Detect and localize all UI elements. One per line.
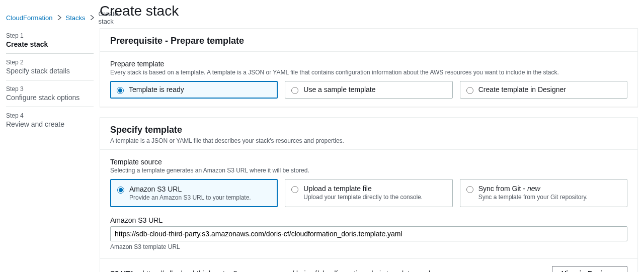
radio-sample-template[interactable]: Use a sample template bbox=[285, 81, 452, 99]
chevron-right-icon bbox=[90, 14, 95, 22]
radio-s3-url[interactable]: Amazon S3 URL Provide an Amazon S3 URL t… bbox=[110, 179, 278, 207]
s3-url-input[interactable] bbox=[110, 226, 627, 241]
wizard-step-2[interactable]: Step 2 Specify stack details bbox=[6, 53, 94, 80]
radio-template-ready[interactable]: Template is ready bbox=[110, 81, 278, 99]
new-tag: new bbox=[527, 185, 540, 193]
wizard-step-label: Step 4 bbox=[6, 112, 94, 119]
s3-url-helper: Amazon S3 template URL bbox=[110, 243, 627, 250]
radio-input[interactable] bbox=[117, 87, 124, 94]
specify-header-desc: A template is a JSON or YAML file that d… bbox=[110, 137, 627, 144]
template-source-desc: Selecting a template generates an Amazon… bbox=[110, 167, 627, 174]
panel-specify-template: Specify template A template is a JSON or… bbox=[100, 117, 638, 272]
page-title: Create stack bbox=[100, 3, 638, 19]
s3-url-label: Amazon S3 URL bbox=[110, 216, 627, 224]
radio-input[interactable] bbox=[117, 187, 124, 194]
radio-input[interactable] bbox=[291, 87, 298, 94]
radio-label: Template is ready bbox=[129, 85, 184, 94]
wizard-step-label: Step 1 bbox=[6, 32, 94, 39]
radio-upload-file[interactable]: Upload a template file Upload your templ… bbox=[285, 179, 452, 207]
wizard-step-1[interactable]: Step 1 Create stack bbox=[6, 27, 94, 53]
wizard-step-title: Review and create bbox=[6, 120, 94, 128]
s3-url-readonly-value: https://sdb-cloud-third-party.s3.amazona… bbox=[142, 269, 430, 272]
radio-input[interactable] bbox=[466, 87, 473, 94]
radio-desc: Sync a template from your Git repository… bbox=[478, 194, 588, 201]
wizard-step-3[interactable]: Step 3 Configure stack options bbox=[6, 80, 94, 107]
wizard-step-label: Step 2 bbox=[6, 59, 94, 66]
radio-sync-git[interactable]: Sync from Git - new Sync a template from… bbox=[460, 179, 627, 207]
chevron-right-icon bbox=[57, 14, 62, 22]
radio-label: Amazon S3 URL bbox=[129, 185, 251, 193]
panel-prerequisite: Prerequisite - Prepare template Prepare … bbox=[100, 28, 638, 107]
radio-input[interactable] bbox=[466, 186, 473, 193]
wizard-step-4[interactable]: Step 4 Review and create bbox=[6, 107, 94, 133]
wizard-step-title: Specify stack details bbox=[6, 67, 94, 75]
radio-desc: Upload your template directly to the con… bbox=[303, 194, 423, 201]
radio-input[interactable] bbox=[291, 186, 298, 193]
view-in-designer-button[interactable]: View in Designer bbox=[552, 266, 627, 272]
breadcrumb-stacks[interactable]: Stacks bbox=[66, 14, 86, 22]
specify-header: Specify template bbox=[110, 125, 627, 135]
radio-label: Upload a template file bbox=[303, 185, 423, 193]
s3-url-readonly-label: S3 URL: bbox=[110, 269, 137, 272]
breadcrumb: CloudFormation Stacks Create stack bbox=[6, 6, 94, 27]
template-source-title: Template source bbox=[110, 158, 627, 166]
prerequisite-header: Prerequisite - Prepare template bbox=[110, 36, 627, 46]
radio-label: Use a sample template bbox=[303, 85, 375, 94]
radio-label: Create template in Designer bbox=[478, 85, 566, 94]
breadcrumb-cloudformation[interactable]: CloudFormation bbox=[6, 14, 53, 22]
radio-create-designer[interactable]: Create template in Designer bbox=[460, 81, 627, 99]
prepare-template-desc: Every stack is based on a template. A te… bbox=[110, 69, 627, 76]
wizard-step-label: Step 3 bbox=[6, 85, 94, 93]
wizard-step-title: Create stack bbox=[6, 40, 94, 48]
wizard-step-title: Configure stack options bbox=[6, 94, 94, 102]
radio-label: Sync from Git - new bbox=[478, 185, 588, 193]
prepare-template-title: Prepare template bbox=[110, 60, 627, 68]
radio-desc: Provide an Amazon S3 URL to your templat… bbox=[129, 194, 251, 201]
